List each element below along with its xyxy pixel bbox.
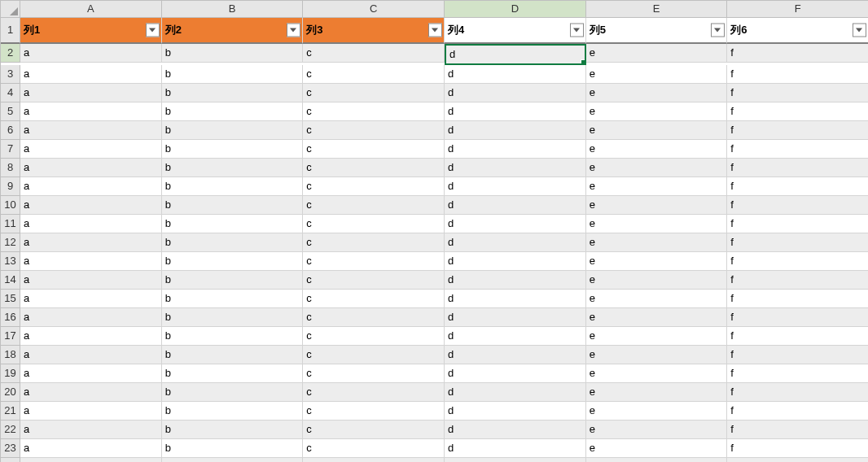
cell-A2[interactable]: a: [20, 44, 162, 63]
filter-dropdown-icon[interactable]: [428, 24, 442, 37]
cell-E23[interactable]: e: [586, 439, 728, 458]
row-header-23[interactable]: 23: [1, 439, 20, 458]
cell-F13[interactable]: f: [727, 252, 868, 271]
row-header-24[interactable]: 24: [1, 458, 20, 462]
cell-A22[interactable]: a: [20, 421, 162, 439]
cell-E15[interactable]: e: [586, 290, 728, 308]
cell-F12[interactable]: f: [727, 233, 868, 252]
cell-E12[interactable]: e: [586, 233, 728, 252]
cell-E22[interactable]: e: [586, 421, 728, 439]
row-header-22[interactable]: 22: [1, 421, 20, 439]
cell-C8[interactable]: c: [303, 159, 445, 177]
cell-B17[interactable]: b: [162, 327, 304, 346]
cell-B20[interactable]: b: [162, 383, 304, 402]
filter-dropdown-icon[interactable]: [146, 24, 160, 37]
column-header-D[interactable]: D: [445, 1, 586, 18]
select-all-corner[interactable]: [1, 1, 20, 18]
cell-D6[interactable]: d: [445, 121, 586, 140]
cell-E3[interactable]: e: [586, 65, 728, 84]
table-header-3[interactable]: 列3: [303, 18, 445, 44]
row-header-3[interactable]: 3: [1, 65, 20, 84]
cell-D11[interactable]: d: [445, 215, 586, 233]
row-header-8[interactable]: 8: [1, 159, 20, 177]
cell-D10[interactable]: d: [445, 196, 586, 215]
cell-F19[interactable]: f: [727, 364, 868, 383]
cell-B16[interactable]: b: [162, 308, 304, 327]
cell-F14[interactable]: f: [727, 271, 868, 290]
cell-A23[interactable]: a: [20, 439, 162, 458]
cell-D14[interactable]: d: [445, 271, 586, 290]
cell-B11[interactable]: b: [162, 215, 304, 233]
row-header-14[interactable]: 14: [1, 271, 20, 290]
cell-D24[interactable]: d: [445, 458, 586, 462]
cell-E13[interactable]: e: [586, 252, 728, 271]
cell-D12[interactable]: d: [445, 233, 586, 252]
cell-B6[interactable]: b: [162, 121, 304, 140]
table-header-2[interactable]: 列2: [162, 18, 304, 44]
cell-A13[interactable]: a: [20, 252, 162, 271]
cell-E17[interactable]: e: [586, 327, 728, 346]
cell-C5[interactable]: c: [303, 102, 445, 121]
cell-A5[interactable]: a: [20, 102, 162, 121]
cell-C20[interactable]: c: [303, 383, 445, 402]
cell-F9[interactable]: f: [727, 177, 868, 196]
cell-F3[interactable]: f: [727, 65, 868, 84]
cell-C9[interactable]: c: [303, 177, 445, 196]
cell-F2[interactable]: f: [727, 44, 868, 63]
row-header-19[interactable]: 19: [1, 364, 20, 383]
cell-E5[interactable]: e: [586, 102, 728, 121]
row-header-16[interactable]: 16: [1, 308, 20, 327]
cell-B22[interactable]: b: [162, 421, 304, 439]
cell-A17[interactable]: a: [20, 327, 162, 346]
cell-D9[interactable]: d: [445, 177, 586, 196]
cell-B4[interactable]: b: [162, 84, 304, 102]
cell-C17[interactable]: c: [303, 327, 445, 346]
cell-E16[interactable]: e: [586, 308, 728, 327]
cell-D4[interactable]: d: [445, 84, 586, 102]
cell-E6[interactable]: e: [586, 121, 728, 140]
cell-D23[interactable]: d: [445, 439, 586, 458]
cell-C2[interactable]: c: [303, 44, 445, 63]
cell-E9[interactable]: e: [586, 177, 728, 196]
cell-C23[interactable]: c: [303, 439, 445, 458]
cell-A3[interactable]: a: [20, 65, 162, 84]
column-header-A[interactable]: A: [20, 1, 162, 18]
table-header-5[interactable]: 列5: [586, 18, 728, 44]
cell-E21[interactable]: e: [586, 402, 728, 421]
cell-C22[interactable]: c: [303, 421, 445, 439]
row-header-12[interactable]: 12: [1, 233, 20, 252]
row-header-2[interactable]: 2: [1, 44, 20, 63]
cell-E19[interactable]: e: [586, 364, 728, 383]
cell-D2[interactable]: d: [445, 44, 586, 65]
cell-C24[interactable]: c: [303, 458, 445, 462]
cell-B13[interactable]: b: [162, 252, 304, 271]
cell-D18[interactable]: d: [445, 346, 586, 364]
cell-A15[interactable]: a: [20, 290, 162, 308]
cell-D13[interactable]: d: [445, 252, 586, 271]
filter-dropdown-icon[interactable]: [853, 24, 866, 37]
cell-D7[interactable]: d: [445, 140, 586, 159]
cell-F21[interactable]: f: [727, 402, 868, 421]
cell-F15[interactable]: f: [727, 290, 868, 308]
cell-B21[interactable]: b: [162, 402, 304, 421]
cell-D3[interactable]: d: [445, 65, 586, 84]
cell-A7[interactable]: a: [20, 140, 162, 159]
cell-A6[interactable]: a: [20, 121, 162, 140]
row-header-17[interactable]: 17: [1, 327, 20, 346]
cell-F6[interactable]: f: [727, 121, 868, 140]
cell-D21[interactable]: d: [445, 402, 586, 421]
cell-A8[interactable]: a: [20, 159, 162, 177]
cell-B8[interactable]: b: [162, 159, 304, 177]
cell-B24[interactable]: b: [162, 458, 304, 462]
cell-E10[interactable]: e: [586, 196, 728, 215]
row-header-10[interactable]: 10: [1, 196, 20, 215]
row-header-13[interactable]: 13: [1, 252, 20, 271]
filter-dropdown-icon[interactable]: [287, 24, 300, 37]
row-header-5[interactable]: 5: [1, 102, 20, 121]
filter-dropdown-icon[interactable]: [570, 24, 584, 37]
cell-C7[interactable]: c: [303, 140, 445, 159]
row-header-1[interactable]: 1: [1, 18, 20, 44]
cell-C12[interactable]: c: [303, 233, 445, 252]
cell-A20[interactable]: a: [20, 383, 162, 402]
cell-A9[interactable]: a: [20, 177, 162, 196]
